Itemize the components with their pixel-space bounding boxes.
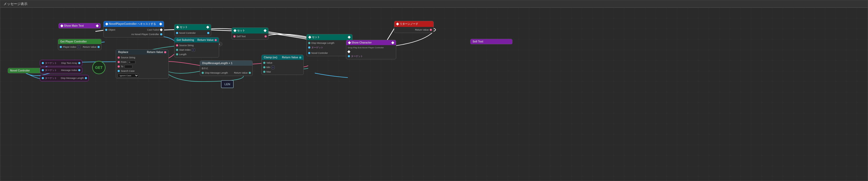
set-nc-body: Novel Controler xyxy=(175,30,211,36)
canvas-title: メッセージ表示 xyxy=(3,2,28,6)
get-substring-node[interactable]: Get Substring Return Value Source String… xyxy=(174,37,219,58)
clamp-body: Value Min 0 Max xyxy=(262,60,304,75)
object-dot xyxy=(105,29,107,31)
len-label: LEN xyxy=(224,82,230,86)
sc-body: Drop-Play-Exit-Novel Player Controller タ… xyxy=(346,45,396,59)
dta-dot xyxy=(78,62,80,64)
set-self-text-node[interactable]: セット Self Text xyxy=(231,28,269,40)
target-pin3: ターゲット Disp Message Length xyxy=(42,76,87,80)
ss-dot xyxy=(176,44,178,46)
exec-out xyxy=(391,41,394,44)
disp-msg-len-plus1-node[interactable]: DispMessageLength + 1 数学式 Disp Message L… xyxy=(200,61,253,76)
set-st-header: セット xyxy=(232,28,268,34)
player-index-dot xyxy=(60,46,62,48)
rn-label: リターンノード xyxy=(400,22,418,26)
len-node[interactable]: LEN xyxy=(221,80,234,88)
show-character-node[interactable]: Show Character Drop-Play-Exit-Novel Play… xyxy=(346,40,396,59)
novel-controller-node[interactable]: Novel Controler xyxy=(8,68,45,73)
rv-dot xyxy=(430,29,432,31)
exec-pin-out xyxy=(96,24,99,27)
target-disp-msg-len-node[interactable]: ターゲット Disp Message Length xyxy=(40,75,89,81)
to-input[interactable] xyxy=(124,65,132,68)
rn-body: Return Value xyxy=(394,27,433,33)
get-player-controller-node[interactable]: Get Player Controller Player Index 0 Ret… xyxy=(58,39,101,50)
target-dml-pin: ターゲット xyxy=(308,46,351,49)
novel-ctrl-pin: Novel Controler xyxy=(176,31,209,35)
self-text-pin: Self Text xyxy=(234,35,267,38)
dml1-label: DispMessageLength + 1 xyxy=(202,62,232,65)
sell-text-node[interactable]: Sell Text xyxy=(470,39,513,44)
exec-in xyxy=(348,41,351,44)
gs-return-dot xyxy=(215,39,217,41)
return-node[interactable]: リターンノード Return Value xyxy=(394,21,434,33)
search-case-pin: Search Case xyxy=(118,69,167,73)
sc-exec-dot xyxy=(347,50,350,53)
clamp-ex-node[interactable]: Clamp (ex) Return Value Value Min 0 Max xyxy=(261,55,304,75)
st-dot xyxy=(234,35,236,37)
replace-body: Source String From To Search Case xyxy=(116,55,168,78)
sc-exec-row xyxy=(348,50,394,53)
gpc-body: Player Index 0 Return Value xyxy=(58,44,101,50)
source-str-pin: Source String xyxy=(118,56,167,59)
tmi-body: ターゲット Message Index xyxy=(40,67,82,73)
from-input[interactable] xyxy=(127,61,135,64)
len-dot xyxy=(176,53,178,56)
exec-in xyxy=(396,23,399,25)
dml-pin: Disp Message Length xyxy=(308,41,351,45)
dml-rv-dot xyxy=(249,72,251,74)
target-message-index-node[interactable]: ターゲット Message Index xyxy=(40,67,82,73)
cast-body: Object Cast Failed As Novel Player Contr… xyxy=(103,27,164,37)
replace-node[interactable]: Replace Return Value Source String From … xyxy=(116,49,168,79)
dml1-header: DispMessageLength + 1 xyxy=(200,61,252,66)
set-dml-label: セット xyxy=(312,35,320,39)
blueprint-canvas: メッセージ表示 xyxy=(0,0,868,181)
search-case-dropdown[interactable]: Ignore Case Case Sensitive xyxy=(118,74,139,78)
player-index-pin: Player Index 0 Return Value xyxy=(60,45,100,49)
sc-dot xyxy=(118,70,120,72)
target-sc-pin: ターゲット xyxy=(348,55,394,58)
gs-label: Get Substring xyxy=(177,39,194,41)
st-out-dot xyxy=(265,35,267,37)
exec-out xyxy=(264,29,267,32)
cast-header: NovelPlayerController へキャストする xyxy=(103,21,164,27)
get-node[interactable]: GET xyxy=(92,61,105,74)
nc-header: Novel Controler xyxy=(8,68,44,73)
target-dot2 xyxy=(42,69,44,71)
from-dot xyxy=(118,61,120,63)
object-pin: Object Cast Failed xyxy=(105,28,162,32)
show-main-text-node[interactable]: Show Main Text xyxy=(58,23,101,29)
to-dot xyxy=(118,65,120,68)
graph-area[interactable]: Show Main Text NovelPlayerController へキャ… xyxy=(0,8,868,181)
target-sc-dot xyxy=(348,55,350,57)
min-dot xyxy=(263,66,266,68)
gpc-label: Get Player Controller xyxy=(60,40,87,43)
return-val-pin: Return Value xyxy=(396,28,432,32)
min-pin: Min 0 xyxy=(263,65,302,69)
exec-out xyxy=(206,26,209,29)
rss-dot xyxy=(118,57,120,59)
gs-body: Source String Start Index 0 Length xyxy=(175,42,219,57)
length-pin: Length xyxy=(176,52,217,56)
set-novel-controller-node[interactable]: セット Novel Controler xyxy=(174,24,211,36)
sell-text-label: Sell Text xyxy=(473,40,483,43)
target-pin2: ターゲット Message Index xyxy=(42,68,80,72)
exec-pin-in xyxy=(60,24,63,27)
search-case-select[interactable]: Ignore Case Case Sensitive xyxy=(118,74,167,77)
target-dml-dot xyxy=(308,46,310,48)
si-dot xyxy=(176,49,178,51)
tdml-body: ターゲット Disp Message Length xyxy=(40,75,89,81)
target-pin: ターゲット Disp Text Array xyxy=(42,61,80,65)
cast-label: NovelPlayerController へキャストする xyxy=(109,22,156,26)
target-dot3 xyxy=(42,77,44,79)
disp-msg-len-pin: Disp Message Length Return Value xyxy=(202,71,251,75)
target-disp-text-node[interactable]: ターゲット Disp Text Array xyxy=(40,60,82,66)
dml1-body: 数学式 Disp Message Length Return Value xyxy=(200,66,252,76)
set-dml-header: セット xyxy=(307,34,352,40)
value-pin: Value xyxy=(263,61,302,65)
exec-out xyxy=(347,36,350,39)
novel-player-cast-node[interactable]: NovelPlayerController へキャストする Object Cas… xyxy=(103,21,164,37)
max-dot xyxy=(263,71,266,73)
replace-label: Replace xyxy=(118,51,128,53)
as-novel-pin: As Novel Player Controller xyxy=(105,32,162,36)
set-dml-node[interactable]: セット Disp Message Length ターゲット Novel Cont… xyxy=(306,34,352,56)
